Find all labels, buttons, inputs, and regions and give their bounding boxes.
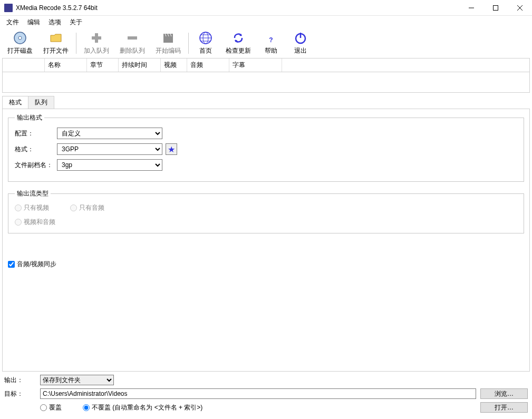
window-controls [459, 0, 532, 16]
bottom-panel: 输出： 保存到文件夹 目标： 浏览… 覆盖 不覆盖 (自动重命名为 <文件名 +… [0, 372, 532, 419]
menu-about[interactable]: 关于 [65, 16, 86, 28]
radio-video-only[interactable]: 只有视频 [15, 203, 49, 212]
radio-video-audio[interactable]: 视频和音频 [15, 218, 517, 227]
open-file-button[interactable]: 打开文件 [38, 30, 74, 56]
disc-icon [13, 31, 27, 45]
sync-checkbox-row: 音频/视频同步 [8, 260, 524, 269]
help-label: 帮助 [265, 46, 277, 55]
help-button[interactable]: ? 帮助 [256, 30, 286, 56]
check-update-label: 检查更新 [226, 46, 251, 55]
exit-button[interactable]: 退出 [286, 30, 315, 56]
menubar: 文件 编辑 选项 关于 [0, 16, 532, 28]
table-body[interactable] [3, 72, 529, 92]
output-label: 输出： [4, 376, 36, 385]
content-panel: 输出格式 配置： 自定义 格式： 3GPP ★ 文件副档名： 3gp 输出流类型… [2, 109, 530, 372]
menu-options[interactable]: 选项 [44, 16, 65, 28]
output-select[interactable]: 保存到文件夹 [40, 375, 114, 385]
radio-audio-only[interactable]: 只有音频 [70, 203, 104, 212]
add-queue-label: 加入队列 [84, 46, 109, 55]
format-select[interactable]: 3GPP [57, 143, 162, 155]
star-icon: ★ [168, 144, 175, 154]
exit-label: 退出 [294, 46, 307, 55]
table-header-row: 名称 章节 持续时间 视频 音频 字幕 [3, 59, 529, 72]
close-button[interactable] [508, 0, 532, 16]
minus-icon [125, 31, 140, 45]
svg-rect-1 [494, 5, 498, 10]
home-button[interactable]: 首页 [191, 30, 220, 56]
minimize-button[interactable] [459, 0, 483, 16]
toolbar-separator [76, 33, 76, 54]
remove-queue-label: 删除队列 [120, 46, 145, 55]
sync-label: 音频/视频同步 [17, 260, 56, 269]
profile-select[interactable]: 自定义 [57, 128, 162, 139]
open-file-label: 打开文件 [43, 46, 69, 55]
table-header-name[interactable]: 名称 [45, 59, 87, 72]
app-icon [4, 4, 13, 12]
tab-format[interactable]: 格式 [2, 96, 28, 109]
window-title: XMedia Recode 3.5.2.7 64bit [16, 4, 459, 12]
start-encode-label: 开始编码 [156, 46, 181, 55]
folder-icon [49, 31, 63, 45]
sync-checkbox[interactable] [8, 261, 15, 268]
ext-label: 文件副档名： [15, 161, 57, 170]
output-stream-legend: 输出流类型 [15, 189, 51, 198]
table-header-subtitle[interactable]: 字幕 [229, 59, 282, 72]
toolbar: 打开磁盘 打开文件 加入队列 删除队列 开始编码 首页 检查更新 ? 帮助 退出 [0, 28, 532, 58]
open-disc-button[interactable]: 打开磁盘 [2, 30, 38, 56]
menu-edit[interactable]: 编辑 [23, 16, 44, 28]
open-button[interactable]: 打开… [480, 402, 528, 413]
add-queue-button: 加入队列 [79, 30, 114, 56]
table-header-video[interactable]: 视频 [161, 59, 187, 72]
table-header-duration[interactable]: 持续时间 [119, 59, 161, 72]
plus-icon [89, 31, 104, 45]
format-label: 格式： [15, 145, 57, 154]
browse-button[interactable]: 浏览… [480, 388, 528, 399]
ext-select[interactable]: 3gp [57, 159, 162, 171]
radio-overwrite[interactable]: 覆盖 [40, 403, 62, 412]
target-input[interactable] [40, 388, 476, 399]
globe-icon [198, 31, 213, 45]
power-icon [293, 31, 308, 45]
tab-strip: 格式 队列 [2, 96, 530, 109]
output-format-group: 输出格式 配置： 自定义 格式： 3GPP ★ 文件副档名： 3gp [8, 113, 524, 182]
toolbar-separator [188, 33, 189, 54]
svg-text:?: ? [269, 36, 273, 44]
tab-queue[interactable]: 队列 [28, 96, 54, 109]
target-label: 目标： [4, 389, 36, 398]
output-format-legend: 输出格式 [15, 113, 44, 122]
refresh-icon [231, 31, 246, 45]
table-header-blank[interactable] [3, 59, 45, 72]
check-update-button[interactable]: 检查更新 [220, 30, 256, 56]
svg-rect-8 [128, 36, 137, 40]
profile-label: 配置： [15, 129, 57, 138]
titlebar: XMedia Recode 3.5.2.7 64bit [0, 0, 532, 16]
home-label: 首页 [199, 46, 212, 55]
remove-queue-button: 删除队列 [114, 30, 150, 56]
radio-no-overwrite[interactable]: 不覆盖 (自动重命名为 <文件名 + 索引>) [83, 403, 202, 412]
favorite-button[interactable]: ★ [166, 143, 177, 155]
maximize-button[interactable] [483, 0, 508, 16]
table-header-audio[interactable]: 音频 [187, 59, 229, 72]
clapper-icon [161, 31, 176, 45]
svg-rect-7 [92, 36, 101, 40]
start-encode-button: 开始编码 [150, 30, 186, 56]
table-header-filler [282, 59, 529, 72]
table-header-chapter[interactable]: 章节 [87, 59, 119, 72]
file-table: 名称 章节 持续时间 视频 音频 字幕 [2, 58, 530, 93]
menu-file[interactable]: 文件 [2, 16, 23, 28]
svg-rect-9 [163, 36, 173, 43]
question-icon: ? [264, 31, 278, 45]
output-stream-group: 输出流类型 只有视频 只有音频 视频和音频 [8, 189, 524, 233]
svg-point-5 [18, 36, 22, 40]
open-disc-label: 打开磁盘 [7, 46, 33, 55]
